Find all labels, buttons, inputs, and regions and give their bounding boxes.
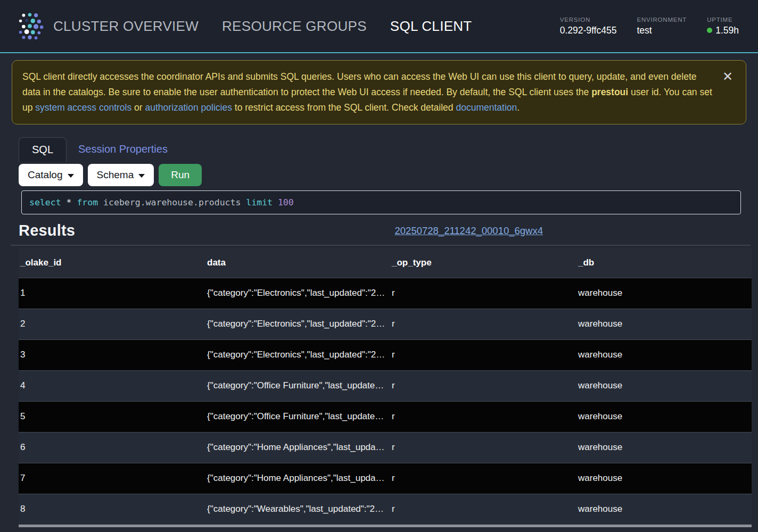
banner-plain-text: or [131, 102, 145, 113]
uptime-status-dot-icon [707, 28, 712, 33]
cell-olake_id: 2 [19, 309, 205, 339]
nav-item-cluster-overview[interactable]: CLUSTER OVERVIEW [53, 18, 199, 35]
table-row: 3{"category":"Electronics","last_updated… [19, 339, 752, 370]
stat-value: 0.292-9ffc455 [560, 25, 617, 36]
tab-session-properties[interactable]: Session Properties [67, 137, 179, 162]
stat-version: VERSION0.292-9ffc455 [560, 16, 617, 36]
sql-token-plain [273, 197, 278, 207]
editor-tabs: SQLSession Properties [19, 137, 758, 162]
cell-op_type: r [390, 370, 576, 401]
cell-db: warehouse [576, 432, 752, 463]
column-header-db: _db [576, 248, 752, 278]
cell-op_type: r [390, 278, 576, 309]
nav-item-resource-groups[interactable]: RESOURCE GROUPS [222, 18, 367, 35]
table-row: 1{"category":"Electronics","last_updated… [19, 278, 752, 309]
table-row: 7{"category":"Home Appliances","last_upd… [19, 463, 752, 494]
sql-token-star: * [67, 197, 72, 207]
banner-bold-text: prestoui [591, 87, 628, 97]
cell-olake_id: 4 [19, 370, 205, 401]
cell-data: {"category":"Wearables","last_updated":"… [205, 494, 390, 525]
cell-op_type: r [390, 432, 576, 463]
app-header: CLUSTER OVERVIEWRESOURCE GROUPSSQL CLIEN… [0, 0, 758, 53]
table-row: 5{"category":"Office Furniture","last_up… [19, 401, 752, 432]
cell-olake_id: 7 [19, 463, 205, 494]
stat-label: ENVIRONMENT [637, 16, 687, 23]
chevron-down-icon [138, 174, 145, 178]
banner-link-authorization-policies[interactable]: authorization policies [145, 102, 232, 113]
cluster-stats: VERSION0.292-9ffc455ENVIRONMENTtestUPTIM… [560, 16, 744, 36]
sql-token-keyword: limit [246, 197, 273, 207]
cell-data: {"category":"Home Appliances","last_upda… [205, 463, 390, 494]
table-row: 2{"category":"Electronics","last_updated… [19, 309, 752, 339]
cell-olake_id: 5 [19, 401, 205, 432]
sql-token-plain [98, 197, 103, 207]
cell-op_type: r [390, 309, 576, 339]
banner-plain-text: . [517, 102, 520, 113]
table-row: 4{"category":"Office Furniture","last_up… [19, 370, 752, 401]
cell-olake_id: 3 [19, 339, 205, 370]
cell-db: warehouse [576, 309, 752, 339]
cell-data: {"category":"Electronics","last_updated"… [205, 309, 390, 339]
query-toolbar: Catalog Schema Run [19, 164, 758, 186]
sql-token-plain [241, 197, 246, 207]
banner-text: SQL client directly accesses the coordin… [22, 71, 712, 113]
catalog-dropdown-label: Catalog [28, 169, 63, 181]
cell-db: warehouse [576, 278, 752, 309]
results-title: Results [19, 222, 75, 239]
results-divider [11, 245, 751, 246]
sql-token-keyword: select [29, 197, 61, 207]
query-id-link[interactable]: 20250728_211242_00010_6gwx4 [395, 225, 543, 237]
sql-client-warning-banner: SQL client directly accesses the coordin… [12, 60, 746, 124]
banner-plain-text: to restrict access from the SQL client. … [232, 102, 456, 113]
cell-data: {"category":"Office Furniture","last_upd… [205, 401, 390, 432]
sql-token-plain [61, 197, 67, 207]
cell-op_type: r [390, 463, 576, 494]
cell-olake_id: 6 [19, 432, 205, 463]
cell-db: warehouse [576, 401, 752, 432]
sql-token-keyword: from [77, 197, 98, 207]
column-header-olake_id: _olake_id [19, 248, 205, 278]
catalog-dropdown[interactable]: Catalog [19, 164, 83, 186]
cell-op_type: r [390, 494, 576, 525]
stat-value: 1.59h [707, 25, 739, 36]
cell-data: {"category":"Electronics","last_updated"… [205, 278, 390, 309]
sql-token-number: 100 [278, 197, 294, 207]
tab-sql[interactable]: SQL [19, 137, 67, 162]
column-header-data: data [205, 248, 390, 278]
stat-label: VERSION [560, 16, 617, 23]
table-header-row: _olake_iddata_op_type_db [19, 248, 752, 278]
cell-db: warehouse [576, 339, 752, 370]
sql-editor-input[interactable]: select * from iceberg.warehouse.products… [21, 190, 741, 214]
stat-environment: ENVIRONMENTtest [637, 16, 687, 36]
top-nav: CLUSTER OVERVIEWRESOURCE GROUPSSQL CLIEN… [53, 18, 472, 35]
cell-data: {"category":"Home Appliances","last_upda… [205, 432, 390, 463]
banner-link-documentation[interactable]: documentation [456, 102, 517, 113]
cell-data: {"category":"Office Furniture","last_upd… [205, 370, 390, 401]
cell-db: warehouse [576, 463, 752, 494]
schema-dropdown-label: Schema [97, 169, 134, 181]
banner-link-system-access-controls[interactable]: system access controls [35, 102, 131, 113]
table-row: 6{"category":"Home Appliances","last_upd… [19, 432, 752, 463]
table-row: 8{"category":"Wearables","last_updated":… [19, 494, 752, 525]
stat-uptime: UPTIME1.59h [707, 16, 739, 36]
sql-token-plain [71, 197, 77, 207]
schema-dropdown[interactable]: Schema [88, 164, 154, 186]
cell-op_type: r [390, 339, 576, 370]
cell-olake_id: 8 [19, 494, 205, 525]
cell-db: warehouse [576, 370, 752, 401]
nav-item-sql-client[interactable]: SQL CLIENT [390, 18, 472, 35]
results-table: _olake_iddata_op_type_db 1{"category":"E… [19, 248, 752, 527]
cell-data: {"category":"Electronics","last_updated"… [205, 339, 390, 370]
presto-logo-icon [14, 11, 45, 41]
cell-db: warehouse [576, 494, 752, 525]
horizontal-scrollbar[interactable] [19, 525, 752, 527]
cell-olake_id: 1 [19, 278, 205, 309]
cell-op_type: r [390, 401, 576, 432]
chevron-down-icon [68, 174, 74, 178]
run-button[interactable]: Run [159, 164, 202, 186]
sql-token-ident: iceberg.warehouse.products [103, 197, 241, 207]
stat-value: test [637, 25, 687, 36]
stat-label: UPTIME [707, 16, 739, 23]
column-header-op_type: _op_type [390, 248, 576, 278]
close-icon[interactable]: ✕ [722, 70, 733, 83]
